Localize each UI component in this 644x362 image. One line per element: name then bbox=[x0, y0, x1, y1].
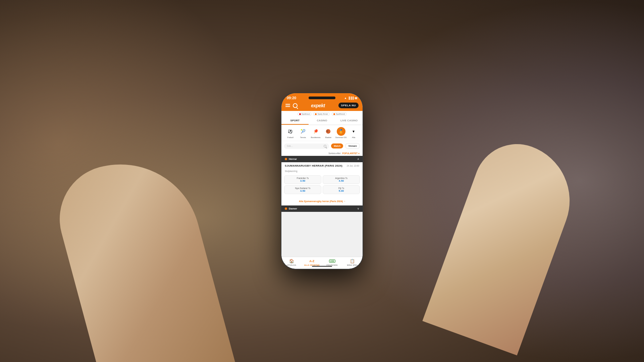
tab-live-casino[interactable]: LIVE CASINO bbox=[335, 117, 363, 125]
trust-bar: Spelinsut Spely finner Spelfriend bbox=[281, 111, 363, 117]
odds-value-fiji: 5.00 bbox=[325, 189, 358, 192]
phone-device: 09:20 ▲ ▐▐▐ ▮▮ expekt SPELA NU bbox=[281, 93, 363, 269]
main-content: Herrar ∧ SJUMANNARUGBY HERRAR (PARIS 202… bbox=[281, 156, 363, 257]
search-placeholder: Sök... bbox=[287, 145, 322, 147]
event-meta: SJUMANNARUGBY HERRAR (PARIS 2024) 24 Jul… bbox=[285, 164, 359, 167]
bordtennis-label: Bordtennis bbox=[311, 136, 321, 139]
nav-tabs: SPORT CASINO LIVE CASINO bbox=[281, 117, 363, 125]
trust-badge-1: Spelinsut bbox=[298, 112, 312, 116]
event-subtitle: Slutplacering bbox=[285, 170, 298, 172]
all-matches-text: Alla Sjumannarugby herrar (Paris 2024) bbox=[299, 200, 343, 202]
tab-sport[interactable]: SPORT bbox=[281, 117, 309, 125]
bottom-nav: 🏠 UTVALDA A-Z ALLA SPORTER LIVE PÅGÅENDE… bbox=[281, 257, 363, 269]
wifi-icon: ▲ bbox=[344, 97, 347, 100]
tennis-icon: 🎾 bbox=[299, 127, 308, 136]
fotboll-icon: ⚽ bbox=[286, 127, 295, 136]
odds-value-nzealand: 4.50 bbox=[286, 189, 319, 192]
odds-team-argentina: Argentina 7s bbox=[325, 177, 358, 179]
spela-nu-button[interactable]: SPELA NU bbox=[338, 103, 359, 108]
event-card-header: SJUMANNARUGBY HERRAR (PARIS 2024) 24 Jul… bbox=[281, 162, 363, 174]
sport-item-tennis[interactable]: 🎾 Tennis bbox=[297, 127, 310, 139]
odds-team-fiji: Fiji 7s bbox=[325, 187, 358, 189]
header-left bbox=[285, 103, 298, 108]
phone-screen: 09:20 ▲ ▐▐▐ ▮▮ expekt SPELA NU bbox=[281, 93, 363, 269]
sort-arrow-icon[interactable]: ▼ bbox=[358, 153, 360, 155]
section-herrar-dot bbox=[285, 158, 287, 160]
odds-team-nzealand: Nya Zeeland 7s bbox=[286, 187, 319, 189]
bottom-nav-mina-spel[interactable]: 📋 MINA SPEL bbox=[342, 258, 363, 266]
sport-item-sommaros[interactable]: 🏅 Sommar-OS bbox=[335, 127, 347, 139]
bottom-nav-utvalda[interactable]: 🏠 UTVALDA bbox=[281, 258, 302, 266]
phone-home-indicator bbox=[312, 266, 332, 267]
app-logo: expekt bbox=[311, 103, 325, 108]
section-herrar-header[interactable]: Herrar ∧ bbox=[281, 156, 363, 162]
vinnare-filter-button[interactable]: Vinnare bbox=[345, 143, 360, 149]
pagaende-icon: LIVE bbox=[329, 258, 335, 264]
odds-team-frankrike: Frankrike 7s bbox=[286, 177, 319, 179]
all-matches-arrow-icon: › bbox=[344, 200, 345, 202]
basket-label: Basket bbox=[325, 136, 331, 139]
alla-label: Alla bbox=[352, 136, 355, 139]
utvalda-icon: 🏠 bbox=[289, 258, 294, 264]
tennis-label: Tennis bbox=[300, 136, 306, 139]
sport-item-fotboll[interactable]: ⚽ Fotboll bbox=[284, 127, 297, 139]
odds-cell-frankrike[interactable]: Frankrike 7s 3.50 bbox=[284, 175, 321, 184]
mina-spel-label: MINA SPEL bbox=[347, 264, 358, 266]
header-search-icon[interactable] bbox=[293, 103, 298, 108]
search-input-wrap[interactable]: Sök... bbox=[284, 143, 329, 149]
event-title: SJUMANNARUGBY HERRAR (PARIS 2024) bbox=[285, 164, 342, 167]
tab-casino[interactable]: CASINO bbox=[309, 117, 336, 125]
section-damer-left: Damer bbox=[285, 207, 297, 210]
trust-badge-3: Spelfriend bbox=[332, 112, 346, 116]
sommaros-label: Sommar-OS bbox=[335, 136, 346, 139]
odds-cell-nzealand[interactable]: Nya Zeeland 7s 4.50 bbox=[284, 185, 321, 194]
section-damer-header[interactable]: Damer ∨ bbox=[281, 205, 363, 212]
live-badge: LIVE bbox=[329, 259, 335, 263]
bottom-nav-pagaende[interactable]: LIVE PÅGÅENDE bbox=[322, 258, 342, 266]
mina-spel-icon: 📋 bbox=[350, 258, 355, 264]
status-time: 09:20 bbox=[287, 96, 296, 100]
section-herrar-chevron: ∧ bbox=[357, 158, 359, 161]
trust-badge-2: Spely finner bbox=[313, 112, 330, 116]
sport-item-bordtennis[interactable]: 🏓 Bordtennis bbox=[309, 127, 322, 139]
phone-notch bbox=[309, 97, 335, 99]
basket-icon: 🏀 bbox=[324, 127, 333, 136]
hamburger-menu-icon[interactable] bbox=[285, 104, 290, 107]
event-date: 24 Jul, 13:00 bbox=[347, 165, 359, 167]
alla-icon: ▾ bbox=[349, 127, 358, 136]
search-bar: Sök... Match Vinnare bbox=[281, 141, 363, 151]
sport-icons-row: ⚽ Fotboll 🎾 Tennis 🏓 Bordtennis 🏀 Basket… bbox=[281, 125, 363, 141]
section-damer-dot bbox=[285, 207, 287, 210]
search-magnifier-icon bbox=[324, 145, 326, 147]
alla-sporter-icon: A-Z bbox=[309, 258, 315, 264]
sport-item-basket[interactable]: 🏀 Basket bbox=[322, 127, 335, 139]
sort-label: Sortera efter: bbox=[328, 152, 341, 155]
all-matches-link[interactable]: Alla Sjumannarugby herrar (Paris 2024) › bbox=[281, 195, 363, 205]
phone-wrapper: 09:20 ▲ ▐▐▐ ▮▮ expekt SPELA NU bbox=[281, 93, 363, 269]
section-herrar-left: Herrar bbox=[285, 158, 297, 161]
bordtennis-icon: 🏓 bbox=[311, 127, 320, 136]
sort-bar: Sortera efter: POPULARITET ▼ bbox=[281, 151, 363, 156]
match-filter-button[interactable]: Match bbox=[331, 143, 343, 148]
bottom-nav-alla-sporter[interactable]: A-Z ALLA SPORTER bbox=[302, 258, 322, 266]
section-damer-chevron: ∨ bbox=[357, 207, 359, 210]
utvalda-label: UTVALDA bbox=[287, 264, 296, 266]
sort-value: POPULARITET bbox=[342, 152, 358, 155]
signal-icon: ▐▐▐ bbox=[348, 97, 354, 100]
sommaros-icon: 🏅 bbox=[337, 127, 345, 136]
odds-cell-argentina[interactable]: Argentina 7s 4.50 bbox=[323, 175, 360, 184]
battery-icon: ▮▮ bbox=[355, 97, 357, 100]
sport-item-alla[interactable]: ▾ Alla bbox=[347, 127, 360, 139]
status-icons: ▲ ▐▐▐ ▮▮ bbox=[344, 97, 357, 100]
event-card-sjumannarugby: SJUMANNARUGBY HERRAR (PARIS 2024) 24 Jul… bbox=[281, 162, 363, 205]
odds-cell-fiji[interactable]: Fiji 7s 5.00 bbox=[323, 185, 360, 194]
section-damer-title: Damer bbox=[289, 207, 297, 210]
odds-value-frankrike: 3.50 bbox=[286, 179, 319, 182]
odds-grid: Frankrike 7s 3.50 Argentina 7s 4.50 Nya … bbox=[281, 174, 363, 195]
fotboll-label: Fotboll bbox=[287, 136, 293, 139]
section-herrar-title: Herrar bbox=[289, 158, 297, 161]
odds-value-argentina: 4.50 bbox=[325, 179, 358, 182]
